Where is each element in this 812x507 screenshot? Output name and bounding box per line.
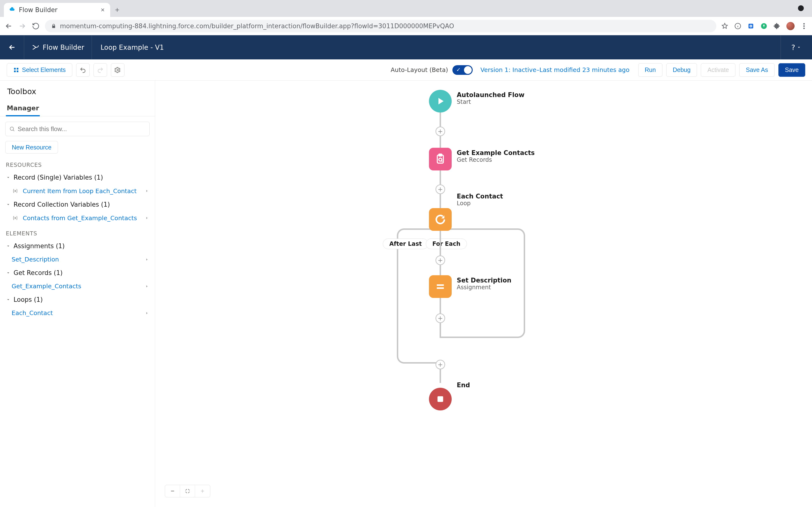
chevron-right-icon <box>145 284 149 288</box>
activate-button: Activate <box>701 63 735 77</box>
app-title-label: Flow Builder <box>43 44 84 51</box>
node-get-records-label: Get Example Contacts Get Records <box>457 149 535 163</box>
chevron-right-icon <box>145 189 149 193</box>
add-element-button[interactable]: + <box>436 360 445 370</box>
node-assignment[interactable] <box>429 275 452 298</box>
group-record-single[interactable]: Record (Single) Variables (1) <box>0 170 155 184</box>
salesforce-cloud-icon <box>9 6 15 13</box>
pill-after-last: After Last <box>383 238 428 249</box>
svg-rect-17 <box>438 396 443 402</box>
variable-icon <box>12 187 19 194</box>
debug-button[interactable]: Debug <box>666 63 697 77</box>
group-loops[interactable]: Loops (1) <box>0 293 155 306</box>
browser-window-control-icon[interactable] <box>798 5 804 11</box>
autolayout-toggle[interactable]: ✓ <box>452 65 473 75</box>
item-each-contact-label: Each_Contact <box>12 309 53 317</box>
svg-rect-8 <box>14 68 16 69</box>
select-elements-button[interactable]: Select Elements <box>7 63 72 77</box>
save-as-button[interactable]: Save As <box>739 63 774 77</box>
svg-point-12 <box>117 69 118 71</box>
node-end[interactable] <box>429 388 452 410</box>
item-contacts-from[interactable]: Contacts from Get_Example_Contacts <box>0 212 155 225</box>
app-back-button[interactable] <box>0 35 24 59</box>
new-resource-label: New Resource <box>12 144 51 151</box>
item-get-example-label: Get_Example_Contacts <box>12 283 81 290</box>
save-as-label: Save As <box>746 66 768 73</box>
node-start[interactable] <box>429 90 452 113</box>
browser-menu-icon[interactable] <box>800 22 808 30</box>
new-tab-button[interactable] <box>111 3 123 17</box>
save-button[interactable]: Save <box>778 63 805 77</box>
svg-rect-9 <box>17 68 18 69</box>
item-get-example[interactable]: Get_Example_Contacts <box>0 280 155 293</box>
close-tab-icon[interactable] <box>100 7 105 12</box>
loop-subtitle: Loop <box>457 200 503 207</box>
item-set-description-label: Set_Description <box>12 256 59 263</box>
save-label: Save <box>785 66 799 73</box>
extension-blue-icon[interactable] <box>747 22 755 30</box>
flow-builder-icon <box>32 44 39 51</box>
group-get-records-label: Get Records (1) <box>13 269 63 276</box>
version-status[interactable]: Version 1: Inactive–Last modified 23 min… <box>480 66 629 73</box>
chevron-down-icon <box>6 202 11 207</box>
svg-point-6 <box>803 25 805 27</box>
address-bar-url: momentum-computing-884.lightning.force.c… <box>60 22 454 30</box>
section-resources: RESOURCES <box>0 156 155 170</box>
zoom-out-button[interactable] <box>165 485 180 497</box>
extensions-icon[interactable] <box>773 22 780 30</box>
svg-rect-10 <box>14 70 16 72</box>
chevron-right-icon <box>145 311 149 315</box>
zoom-in-button[interactable] <box>195 485 210 497</box>
node-get-records[interactable] <box>429 148 452 170</box>
add-element-button[interactable]: + <box>436 184 445 194</box>
tab-manager[interactable]: Manager <box>6 101 40 116</box>
debug-label: Debug <box>673 66 691 73</box>
lock-icon <box>51 23 57 29</box>
add-element-button[interactable]: + <box>436 126 445 136</box>
new-resource-button[interactable]: New Resource <box>5 141 58 154</box>
settings-button[interactable] <box>111 63 124 77</box>
connector-line <box>440 231 441 279</box>
flow-canvas[interactable]: Autolaunched Flow Start + Get Example Co… <box>155 80 812 507</box>
zoom-fit-button[interactable] <box>180 485 195 497</box>
undo-button[interactable] <box>76 63 90 77</box>
chevron-right-icon <box>145 216 149 220</box>
search-input[interactable] <box>5 122 150 136</box>
group-record-collection-label: Record Collection Variables (1) <box>13 201 110 208</box>
run-button[interactable]: Run <box>638 63 662 77</box>
browser-forward-button <box>18 22 27 31</box>
star-icon[interactable] <box>721 22 728 30</box>
node-assignment-label: Set Description Assignment <box>457 277 511 291</box>
browser-back-button[interactable] <box>4 22 13 31</box>
group-record-collection[interactable]: Record Collection Variables (1) <box>0 198 155 212</box>
info-icon[interactable] <box>734 22 742 30</box>
item-current-item[interactable]: Current Item from Loop Each_Contact <box>0 184 155 198</box>
add-element-button[interactable]: + <box>436 314 445 323</box>
activate-label: Activate <box>707 66 729 73</box>
browser-tab-active[interactable]: Flow Builder <box>4 3 110 17</box>
svg-point-13 <box>10 127 13 130</box>
help-menu[interactable]: ? <box>780 35 812 59</box>
address-bar[interactable]: momentum-computing-884.lightning.force.c… <box>45 20 716 32</box>
item-set-description[interactable]: Set_Description <box>0 253 155 266</box>
group-assignments[interactable]: Assignments (1) <box>0 239 155 253</box>
svg-rect-15 <box>439 154 442 156</box>
node-end-label: End <box>457 382 470 389</box>
profile-avatar[interactable] <box>786 22 795 30</box>
app-title: Flow Builder <box>24 35 92 59</box>
search-icon <box>9 126 15 132</box>
chevron-down-icon <box>6 297 11 302</box>
loop-title: Each Contact <box>457 193 503 200</box>
check-icon: ✓ <box>456 67 461 73</box>
chevron-down-icon <box>6 175 11 180</box>
add-element-button[interactable]: + <box>436 256 445 265</box>
group-get-records[interactable]: Get Records (1) <box>0 266 155 280</box>
pill-for-each: For Each <box>426 238 467 249</box>
browser-reload-button[interactable] <box>32 22 40 31</box>
node-loop[interactable] <box>429 208 452 231</box>
svg-point-7 <box>803 27 805 29</box>
item-current-item-label: Current Item from Loop Each_Contact <box>23 187 137 194</box>
end-title: End <box>457 382 470 389</box>
item-each-contact[interactable]: Each_Contact <box>0 306 155 320</box>
extension-green-icon[interactable] <box>760 22 767 30</box>
